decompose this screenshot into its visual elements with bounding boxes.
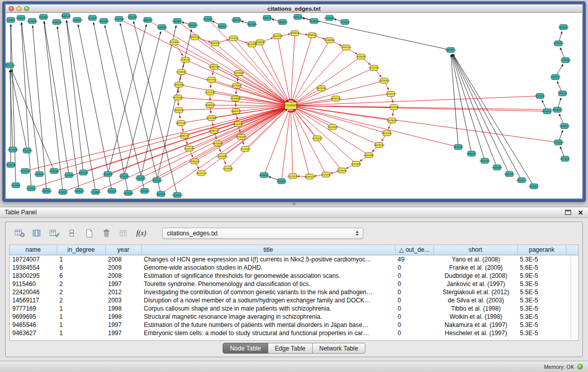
network-edge[interactable]: [295, 106, 547, 112]
network-node[interactable]: 13063712: [179, 133, 190, 138]
close-panel-icon[interactable]: [578, 210, 583, 215]
cell-short[interactable]: Jankovic et al. (1997): [433, 280, 517, 288]
network-selector[interactable]: citations_edges.txt: [162, 228, 363, 239]
cell-out_degree[interactable]: 0: [395, 272, 433, 280]
cell-in_degree[interactable]: 2: [57, 296, 105, 304]
network-edge[interactable]: [11, 70, 54, 171]
network-edge[interactable]: [236, 86, 286, 104]
table-scrollbar[interactable]: [571, 255, 578, 340]
column-header-name[interactable]: name: [10, 245, 57, 255]
table-row[interactable]: 2242004622012Investigating the contribut…: [10, 288, 578, 296]
network-node[interactable]: 20688165: [142, 17, 154, 23]
network-node[interactable]: 10590356: [51, 19, 62, 25]
network-node[interactable]: 12953470: [231, 17, 243, 23]
network-node[interactable]: 14533004: [327, 124, 338, 129]
cell-name[interactable]: 9115460: [10, 280, 57, 288]
network-node[interactable]: 17253901: [223, 166, 234, 171]
network-node[interactable]: 25363402: [157, 25, 168, 30]
network-node[interactable]: 9714372: [88, 15, 97, 20]
network-node[interactable]: 9162504: [492, 165, 502, 170]
network-edge[interactable]: [78, 25, 112, 191]
network-node[interactable]: 12240618: [233, 71, 245, 76]
network-edge[interactable]: [293, 110, 326, 174]
table-row[interactable]: 946554611997Estimation of the future num…: [10, 321, 578, 329]
cell-title[interactable]: Estimation of significance thresholds fo…: [141, 272, 395, 280]
cell-in_degree[interactable]: 1: [57, 313, 105, 321]
cell-year[interactable]: 1997: [105, 321, 141, 329]
network-edge[interactable]: [11, 25, 16, 185]
network-node[interactable]: 12186794: [262, 15, 273, 20]
cell-pagerank[interactable]: 5.6E-5: [517, 264, 566, 272]
network-node[interactable]: 15184457: [312, 136, 323, 141]
function-builder-button[interactable]: f(x): [135, 227, 148, 240]
network-node[interactable]: 15958243: [289, 31, 300, 36]
network-node[interactable]: 9245012: [277, 179, 287, 184]
table-row[interactable]: 977716911998Corpus callosum shape and si…: [10, 304, 578, 313]
cell-year[interactable]: 1998: [105, 313, 141, 321]
network-node[interactable]: 20160506: [19, 168, 31, 173]
create-column-button[interactable]: [48, 227, 61, 240]
network-edge[interactable]: [148, 20, 287, 103]
network-node[interactable]: 15953102: [534, 94, 546, 99]
network-edge[interactable]: [157, 30, 191, 180]
cell-name[interactable]: 9463627: [10, 329, 57, 337]
network-node[interactable]: 17052843: [139, 188, 150, 193]
network-node[interactable]: 11453102: [550, 75, 561, 80]
cell-title[interactable]: Disruption of a novel member of a sodium…: [141, 296, 395, 304]
cell-name[interactable]: 19384554: [10, 264, 57, 272]
create-row-button[interactable]: [65, 227, 78, 240]
network-node[interactable]: 15134457: [239, 146, 251, 151]
table-row[interactable]: 1456911722003Disruption of a novel membe…: [10, 296, 578, 304]
cell-title[interactable]: Changes of HCN gene expression and I(f) …: [141, 255, 395, 264]
cell-title[interactable]: Structural magnetic resonance image aver…: [141, 313, 395, 321]
cell-title[interactable]: Tourette syndrome. Phenomenology and cla…: [141, 280, 395, 288]
table-row[interactable]: 1872400712008Changes of HCN gene express…: [10, 255, 578, 264]
tab-node-table[interactable]: Node Table: [223, 343, 268, 354]
cell-year[interactable]: 2008: [105, 255, 141, 264]
network-node[interactable]: 10107427: [368, 65, 380, 71]
column-header-short[interactable]: short: [433, 245, 517, 255]
float-panel-icon[interactable]: [564, 209, 572, 215]
network-node[interactable]: 16253114: [196, 170, 207, 176]
network-node[interactable]: 9119540: [6, 162, 16, 167]
delete-table-button[interactable]: [100, 227, 113, 240]
network-node[interactable]: 17103054: [553, 140, 564, 145]
network-node[interactable]: 10753120: [151, 178, 163, 183]
network-edge[interactable]: [108, 25, 147, 174]
network-node[interactable]: 18316672: [172, 18, 183, 24]
network-node[interactable]: 18304052: [258, 172, 270, 178]
panel-splitter[interactable]: [0, 202, 588, 207]
network-node[interactable]: 12051304: [6, 63, 15, 68]
network-node[interactable]: 15329804: [206, 115, 217, 120]
network-node[interactable]: 12213692: [339, 19, 351, 25]
network-node[interactable]: 9468731: [16, 15, 26, 20]
cell-year[interactable]: 2012: [105, 288, 141, 296]
network-node[interactable]: 18698321: [277, 19, 288, 25]
cell-title[interactable]: Genome-wide association studies in ADHD.: [141, 264, 395, 272]
cell-in_degree[interactable]: 1: [57, 304, 105, 313]
network-edge[interactable]: [302, 18, 451, 50]
network-node[interactable]: 14318042: [230, 96, 242, 101]
network-edge[interactable]: [67, 20, 83, 172]
network-node[interactable]: 16058204: [27, 18, 38, 24]
cell-year[interactable]: 2008: [105, 272, 141, 280]
network-edge[interactable]: [294, 57, 361, 103]
cell-year[interactable]: 1998: [105, 304, 141, 313]
network-edge[interactable]: [295, 108, 369, 155]
network-edge[interactable]: [10, 70, 13, 150]
network-edge[interactable]: [451, 55, 458, 147]
network-node[interactable]: 11860404: [217, 24, 228, 29]
network-node[interactable]: 17760413: [236, 134, 247, 139]
network-edge[interactable]: [291, 110, 293, 176]
network-node[interactable]: 10753204: [21, 148, 33, 153]
network-node[interactable]: 17529310: [336, 168, 347, 173]
network-edge[interactable]: [295, 107, 387, 133]
table-mode-button[interactable]: [13, 227, 26, 240]
cell-in_degree[interactable]: 1: [57, 321, 105, 329]
cell-name[interactable]: 9777169: [10, 304, 57, 313]
cell-out_degree[interactable]: 0: [395, 264, 433, 272]
column-header-in_degree[interactable]: in_degree: [57, 245, 105, 255]
network-node[interactable]: 13067120: [209, 128, 220, 133]
network-node[interactable]: 9154409: [389, 105, 399, 110]
network-node[interactable]: 12945012: [528, 184, 539, 189]
